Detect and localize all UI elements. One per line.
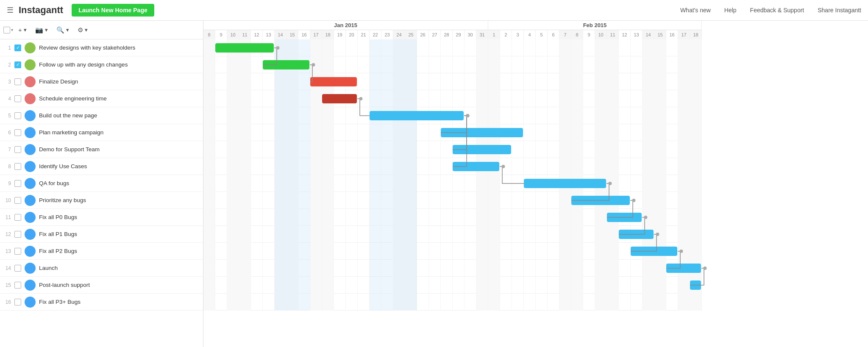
gantt-cell [310,294,322,311]
gantt-cell [381,56,393,73]
select-dropdown-arrow[interactable]: ▾ [11,28,13,32]
gantt-cell [678,175,690,192]
task-checkbox[interactable] [14,231,21,238]
gantt-cell [405,56,417,73]
gantt-cell [666,90,678,107]
gantt-bar[interactable] [690,280,701,290]
gantt-cell [465,277,476,294]
gantt-cell [263,124,275,141]
nav-help[interactable]: Help [724,7,737,14]
nav-share[interactable]: Share Instagantt [818,7,861,14]
add-task-btn[interactable]: + ▾ [15,25,30,35]
gantt-cell [287,73,298,90]
task-checkbox[interactable] [14,282,21,289]
gantt-cell [666,226,678,243]
task-checkbox[interactable] [14,299,21,305]
camera-dropdown-arrow[interactable]: ▾ [45,27,48,33]
settings-btn[interactable]: ⚙ ▾ [74,25,91,36]
gantt-cell [322,39,334,56]
task-checkbox[interactable] [14,180,21,187]
task-checkbox[interactable] [14,112,21,119]
gantt-cell [536,192,548,209]
gantt-cell [287,209,298,226]
settings-dropdown-arrow[interactable]: ▾ [85,27,88,33]
task-checkbox[interactable] [14,214,21,221]
gantt-bar[interactable] [571,196,630,205]
gantt-day-label: 28 [441,30,453,39]
task-avatar [25,161,36,172]
gantt-bar[interactable] [215,43,274,53]
gantt-cell [227,175,239,192]
task-checkbox[interactable] [14,265,21,272]
gantt-cell [536,243,548,260]
task-checkbox[interactable] [14,248,21,255]
gantt-bar[interactable] [263,60,309,69]
camera-btn[interactable]: 📷 ▾ [32,25,51,36]
gantt-bar[interactable] [607,213,642,222]
gantt-bar[interactable] [441,128,523,137]
gantt-cell [619,124,631,141]
add-dropdown-arrow[interactable]: ▾ [24,27,27,33]
zoom-dropdown-arrow[interactable]: ▾ [66,27,69,33]
gantt-cell [287,158,298,175]
gantt-cell [239,192,251,209]
gantt-cell [370,294,381,311]
gantt-cell [607,73,619,90]
task-checkbox[interactable] [14,129,21,136]
gantt-cell [500,175,512,192]
select-all-wrap[interactable]: ▾ [3,27,13,33]
gantt-bar[interactable] [619,230,654,239]
gantt-bar[interactable] [322,94,357,103]
gantt-cell [500,260,512,277]
gantt-cell [239,90,251,107]
gantt-bar[interactable] [453,145,511,154]
gantt-cell [203,243,215,260]
zoom-icon: 🔍 [56,26,64,34]
gantt-scroll: Jan 2015Feb 2015 89101112131415161718192… [203,21,702,347]
gantt-cell [417,226,429,243]
gantt-cell [524,294,536,311]
task-checkbox[interactable] [14,146,21,153]
nav-feedback[interactable]: Feedback & Support [750,7,804,14]
gantt-cell [203,56,215,73]
gantt-cell [548,226,559,243]
nav-whats-new[interactable]: What's new [680,7,711,14]
task-row: 16Fix all P3+ Bugs [0,294,203,311]
task-checkbox[interactable] [14,95,21,102]
gantt-bar[interactable] [631,247,677,256]
gantt-bar[interactable] [310,77,357,86]
gantt-cell [346,277,358,294]
select-all-checkbox[interactable] [3,27,10,33]
gantt-cell [571,277,583,294]
gantt-cell [310,39,322,56]
gantt-cell [524,39,536,56]
gantt-cell [417,260,429,277]
gantt-cell [500,90,512,107]
gantt-panel[interactable]: Jan 2015Feb 2015 89101112131415161718192… [203,21,868,347]
menu-icon[interactable]: ☰ [7,6,14,15]
gantt-cell [358,226,370,243]
gantt-bar[interactable] [453,162,499,171]
gantt-cell [251,158,263,175]
gantt-cell [488,243,500,260]
gantt-cell [203,277,215,294]
gantt-bar[interactable] [666,264,701,273]
gantt-bar[interactable] [524,179,606,188]
gantt-cell [678,277,690,294]
zoom-btn[interactable]: 🔍 ▾ [53,25,72,36]
gantt-cell [417,141,429,158]
gantt-cell [465,56,476,73]
gantt-cell [358,158,370,175]
task-checkbox[interactable] [14,163,21,170]
gantt-cell [227,124,239,141]
gantt-cell [310,175,322,192]
task-checkbox[interactable]: ✓ [14,61,21,68]
task-checkbox[interactable] [14,197,21,204]
task-checkbox[interactable] [14,78,21,85]
gantt-cell [251,277,263,294]
gantt-bar[interactable] [370,111,464,120]
gantt-cell [559,73,571,90]
gantt-cell [251,124,263,141]
task-checkbox[interactable]: ✓ [14,44,21,51]
launch-btn[interactable]: Launch New Home Page [72,4,154,17]
